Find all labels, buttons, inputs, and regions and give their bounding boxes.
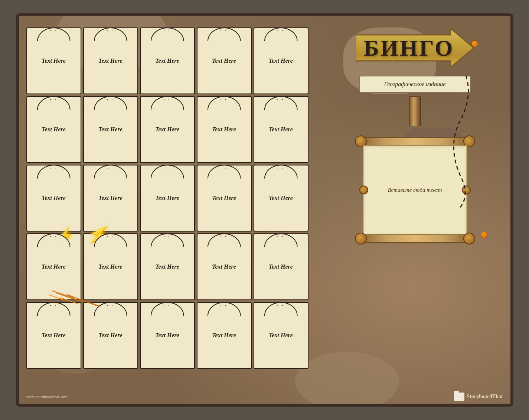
bingo-cell-2-3[interactable]: Text Here [140, 96, 195, 163]
pin-decoration-3 [481, 232, 487, 238]
bingo-cell-3-5[interactable]: Text Here [254, 165, 308, 232]
footer: www.storyboardthat.com StoryboardThat [19, 393, 510, 401]
bingo-row-2: Text Here Text Here Text Here Text Here … [26, 96, 320, 163]
bingo-cell-5-1[interactable]: Text Here [26, 302, 81, 369]
bingo-cell-1-5[interactable]: Text Here [254, 27, 308, 94]
brand-name: StoryboardThat [467, 394, 503, 400]
bingo-cell-3-3[interactable]: Text Here [140, 165, 195, 232]
scroll-pin-left [359, 186, 368, 194]
footer-logo: StoryboardThat [454, 393, 503, 401]
bingo-cell-2-2[interactable]: Text Here [83, 96, 138, 163]
storyboardthat-icon [454, 393, 464, 401]
game-board: Text Here Text Here Text Here Text Here … [16, 13, 513, 407]
bingo-grid-section: Text Here Text Here Text Here Text Here … [26, 24, 320, 396]
bingo-cell-1-1[interactable]: Text Here [26, 27, 81, 94]
bingo-cell-1-4[interactable]: Text Here [197, 27, 252, 94]
bingo-cell-4-5[interactable]: Text Here [254, 233, 308, 300]
main-layout: Text Here Text Here Text Here Text Here … [26, 24, 503, 396]
bingo-cell-5-3[interactable]: Text Here [140, 302, 195, 369]
bingo-cell-5-4[interactable]: Text Here [197, 302, 252, 369]
scroll-bottom-rod [357, 234, 473, 243]
footer-url: www.storyboardthat.com [26, 394, 68, 399]
bingo-cell-3-4[interactable]: Text Here [197, 165, 252, 232]
bingo-cell-5-2[interactable]: Text Here [83, 302, 138, 369]
bingo-cell-2-1[interactable]: Text Here [26, 96, 81, 163]
bingo-cell-4-3[interactable]: Text Here [140, 233, 195, 300]
bingo-cell-1-3[interactable]: Text Here [140, 27, 195, 94]
bingo-title: БИНГО [364, 35, 454, 61]
dashed-path-svg [421, 68, 481, 217]
bingo-row-5: Text Here Text Here Text Here Text Here … [26, 302, 320, 369]
pin-decoration-1 [471, 40, 478, 47]
bingo-cell-3-1[interactable]: Text Here [26, 165, 81, 232]
bingo-cell-2-4[interactable]: Text Here [197, 96, 252, 163]
bingo-row-3: Text Here Text Here Text Here Text Here … [26, 165, 320, 232]
wavy-decoration: ∿∿∿∿∿ [468, 202, 496, 211]
bingo-cell-4-4[interactable]: Text Here [197, 233, 252, 300]
wooden-post [409, 96, 421, 126]
bingo-row-1: Text Here Text Here Text Here Text Here … [26, 27, 320, 94]
bingo-cell-2-5[interactable]: Text Here [254, 96, 308, 163]
bingo-sign: БИНГО [356, 27, 474, 68]
right-panel: БИНГО Географическое издание Вставьте [327, 24, 503, 396]
bingo-cell-1-2[interactable]: Text Here [83, 27, 138, 94]
bingo-cell-5-5[interactable]: Text Here [254, 302, 308, 369]
